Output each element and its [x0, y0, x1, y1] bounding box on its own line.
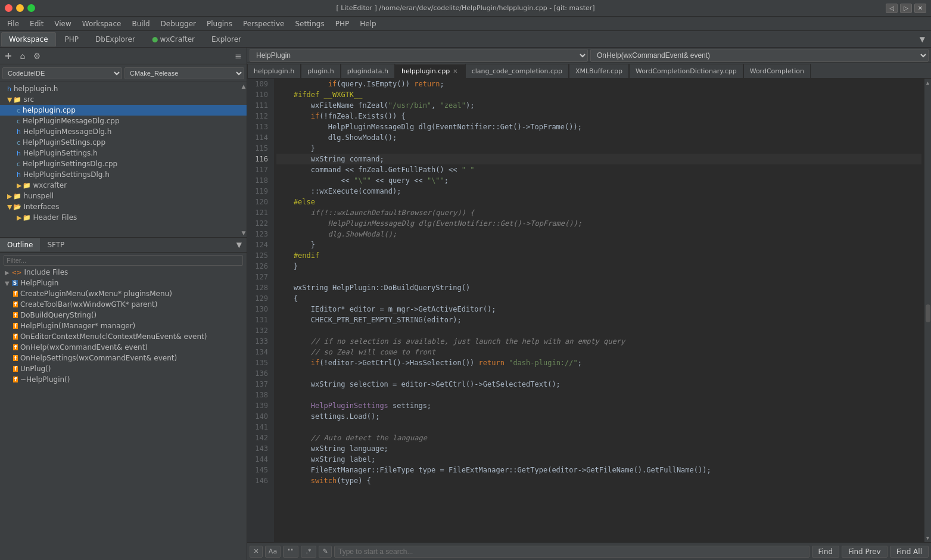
tree-item[interactable]: h helpplugin.h: [0, 83, 247, 94]
tree-item[interactable]: h HelpPluginSettingsDlg.h: [0, 169, 247, 180]
code-line: << "\"" << query << "\"";: [276, 175, 921, 186]
home-button[interactable]: ⌂: [17, 50, 29, 62]
line-number: 125: [247, 250, 270, 261]
outline-item[interactable]: f OnEditorContextMenu(clContextMenuEvent…: [0, 331, 247, 342]
tree-item[interactable]: h HelpPluginMessageDlg.h: [0, 126, 247, 137]
code-line: #else: [276, 197, 921, 207]
menu-item-file[interactable]: File: [2, 18, 24, 29]
menu-button[interactable]: ≡: [232, 50, 244, 62]
menu-item-edit[interactable]: Edit: [25, 18, 48, 29]
tree-item[interactable]: ▼ 📁 src: [0, 94, 247, 105]
tree-item[interactable]: ▼ 📂 Interfaces: [0, 201, 247, 212]
tree-item-selected[interactable]: c helpplugin.cpp: [0, 105, 247, 116]
menu-item-php[interactable]: PHP: [331, 18, 354, 29]
outline-item[interactable]: f OnHelp(wxCommandEvent& event): [0, 342, 247, 353]
panel-tab-php[interactable]: PHP: [57, 32, 87, 46]
code-content[interactable]: if(query.IsEmpty()) return; #ifdef __WXG…: [274, 79, 924, 542]
line-number: 138: [247, 390, 270, 400]
tab-close-btn[interactable]: ✕: [452, 68, 458, 74]
code-line: }: [276, 239, 921, 250]
editor-tab-wordcompletiondictionary-cpp[interactable]: WordCompletionDictionary.cpp: [629, 64, 743, 78]
tree-item[interactable]: c HelpPluginSettingsDlg.cpp: [0, 158, 247, 169]
scroll-down-icon[interactable]: ▼: [926, 535, 929, 541]
tab-sftp[interactable]: SFTP: [40, 238, 71, 251]
find-close-btn[interactable]: ✕: [250, 546, 263, 558]
editor-tab-plugindata-h[interactable]: plugindata.h: [341, 64, 395, 78]
outline-item[interactable]: f CreatePluginMenu(wxMenu* pluginsMenu): [0, 288, 247, 299]
tree-item[interactable]: c HelpPluginMessageDlg.cpp: [0, 116, 247, 126]
tree-scroll-down[interactable]: ▼: [242, 230, 246, 236]
menu-item-view[interactable]: View: [49, 18, 76, 29]
outline-filter-input[interactable]: [4, 255, 243, 266]
find-pin-btn[interactable]: ✎: [319, 546, 332, 558]
sidebar-selectors: CodeLiteIDE CMake_Release: [0, 64, 247, 82]
tree-item[interactable]: h HelpPluginSettings.h: [0, 148, 247, 158]
find-prev-button[interactable]: Find Prev: [842, 546, 888, 558]
tree-item[interactable]: c HelpPluginSettings.cpp: [0, 137, 247, 148]
tab-outline[interactable]: Outline: [0, 238, 40, 251]
nav-close-btn[interactable]: ✕: [914, 4, 926, 13]
code-line: FileExtManager::FileType type = FileExtM…: [276, 465, 921, 475]
tree-item[interactable]: ▶ 📁 wxcrafter: [0, 180, 247, 191]
find-button[interactable]: Find: [812, 546, 840, 558]
config-select[interactable]: CMake_Release: [124, 67, 244, 79]
minimize-win-btn[interactable]: [16, 4, 24, 12]
menu-item-build[interactable]: Build: [127, 18, 154, 29]
tree-item[interactable]: ▶ 📁 hunspell: [0, 191, 247, 201]
add-button[interactable]: +: [2, 50, 14, 62]
line-number: 111: [247, 100, 270, 111]
code-line: // so Zeal will come to front: [276, 347, 921, 357]
panel-tab-wxcrafter[interactable]: ●wxCrafter: [144, 32, 203, 46]
panel-tab-explorer[interactable]: Explorer: [204, 32, 249, 46]
panel-tab-dbexplorer[interactable]: DbExplorer: [88, 32, 143, 46]
code-line: // Auto detect the language: [276, 433, 921, 443]
menu-item-workspace[interactable]: Workspace: [77, 18, 126, 29]
editor-scrollbar[interactable]: ▲ ▼: [924, 79, 931, 542]
outline-item[interactable]: f HelpPlugin(IManager* manager): [0, 321, 247, 331]
nav-prev-btn[interactable]: ◁: [886, 4, 898, 13]
outline-tab-arrow[interactable]: ▼: [232, 239, 247, 250]
editor-tab-helpplugin-h[interactable]: helpplugin.h: [247, 64, 301, 78]
scroll-up-icon[interactable]: ▲: [926, 80, 929, 86]
code-line: {: [276, 293, 921, 304]
tree-item[interactable]: ▶ 📁 Header Files: [0, 212, 247, 223]
editor-tab-xmlbuffer-cpp[interactable]: XMLBuffer.cpp: [569, 64, 629, 78]
project-select[interactable]: CodeLiteIDE: [2, 67, 122, 79]
menu-item-plugins[interactable]: Plugins: [202, 18, 237, 29]
function-select[interactable]: OnHelp(wxCommandEvent& event): [590, 49, 929, 62]
line-number: 121: [247, 207, 270, 218]
outline-item[interactable]: f DoBuildQueryString(): [0, 310, 247, 321]
find-all-button[interactable]: Find All: [890, 546, 929, 558]
editor-tab-clang-code-completion-cpp[interactable]: clang_code_completion.cpp: [465, 64, 569, 78]
settings-button[interactable]: ⚙: [31, 50, 43, 62]
menu-item-debugger[interactable]: Debugger: [156, 18, 201, 29]
outline-item[interactable]: f OnHelpSettings(wxCommandEvent& event): [0, 353, 247, 363]
maximize-win-btn[interactable]: [27, 4, 35, 12]
outline-item[interactable]: f CreateToolBar(wxWindowGTK* parent): [0, 299, 247, 310]
editor-tab-helpplugin-cpp[interactable]: helpplugin.cpp✕: [395, 64, 465, 78]
find-bar: ✕ Aa "" .* ✎ Find Find Prev Find All: [247, 542, 931, 560]
tree-scroll-up[interactable]: ▲: [242, 83, 246, 89]
outline-item[interactable]: ▶ <> Include Files: [0, 267, 247, 278]
find-word-btn[interactable]: "": [283, 546, 298, 558]
editor-tab-wordcompletion[interactable]: WordCompletion: [743, 64, 811, 78]
find-case-btn[interactable]: Aa: [265, 546, 281, 558]
outline-item[interactable]: ▼ S HelpPlugin: [0, 278, 247, 288]
find-input[interactable]: [334, 546, 809, 558]
line-number: 145: [247, 465, 270, 475]
menu-item-settings[interactable]: Settings: [290, 18, 329, 29]
line-number: 126: [247, 261, 270, 272]
close-win-btn[interactable]: [5, 4, 13, 12]
code-line: [276, 272, 921, 282]
find-regex-btn[interactable]: .*: [301, 546, 316, 558]
outline-item[interactable]: f ~HelpPlugin(): [0, 374, 247, 385]
menu-item-help[interactable]: Help: [355, 18, 381, 29]
editor-tab-plugin-h[interactable]: plugin.h: [301, 64, 341, 78]
outline-item[interactable]: f UnPlug(): [0, 363, 247, 374]
panel-tab-dropdown[interactable]: ▼: [915, 33, 930, 46]
nav-next-btn[interactable]: ▷: [900, 4, 912, 13]
menu-item-perspective[interactable]: Perspective: [238, 18, 289, 29]
line-number: 128: [247, 282, 270, 293]
panel-tab-workspace[interactable]: Workspace: [1, 32, 56, 46]
class-select[interactable]: HelpPlugin: [250, 49, 588, 62]
